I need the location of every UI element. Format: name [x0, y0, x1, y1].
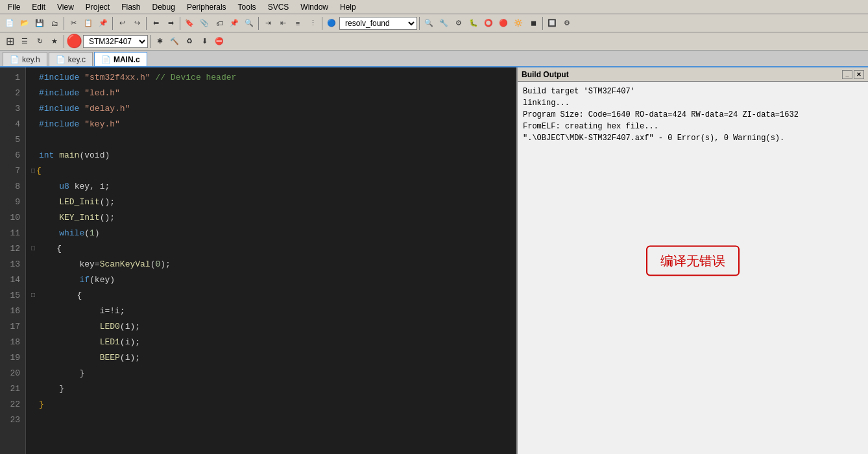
- line-number-16: 16: [5, 304, 20, 319]
- tab-key-h-icon: 📄: [10, 55, 19, 64]
- line-number-17: 17: [5, 319, 20, 335]
- sep2: [112, 17, 113, 30]
- bookmark3-button[interactable]: 🏷: [212, 16, 226, 30]
- menu-window[interactable]: Window: [295, 1, 333, 13]
- menu-debug[interactable]: Debug: [147, 1, 180, 13]
- build-output-title: Build Output: [522, 70, 569, 79]
- menu-flash[interactable]: Flash: [116, 1, 145, 13]
- grid-button[interactable]: ⊞: [3, 34, 17, 49]
- code-editor[interactable]: 1234567891011121314151617181920212223 #i…: [0, 67, 518, 454]
- format1-button[interactable]: ≡: [291, 16, 305, 30]
- rebuild-button[interactable]: ♻: [182, 34, 197, 49]
- debug1-button[interactable]: 🐛: [466, 16, 481, 30]
- bookmark2-button[interactable]: 📎: [197, 16, 211, 30]
- cut-button[interactable]: ✂: [66, 16, 80, 30]
- build-minimize-button[interactable]: _: [842, 70, 852, 79]
- tab-key-c[interactable]: 📄 key.c: [49, 52, 93, 66]
- code-line-23: [31, 412, 516, 428]
- line-number-18: 18: [5, 335, 20, 350]
- menu-help[interactable]: Help: [335, 1, 361, 13]
- copy-button[interactable]: 📋: [81, 16, 95, 30]
- magic-button[interactable]: ✱: [152, 34, 167, 49]
- code-line-8: u8 key, i;: [31, 179, 516, 195]
- sep7: [419, 17, 420, 30]
- menu-svcs[interactable]: SVCS: [263, 1, 295, 13]
- menu-project[interactable]: Project: [80, 1, 115, 13]
- line-number-22: 22: [5, 397, 20, 412]
- stop-button[interactable]: ⛔: [212, 34, 226, 49]
- code-line-4: #include "key.h": [31, 117, 516, 132]
- debug4-button[interactable]: 🔆: [511, 16, 525, 30]
- build-output-header: Build Output _ ✕: [518, 67, 868, 82]
- code-line-15: □ {: [31, 288, 516, 304]
- fold-indicator-12[interactable]: □: [31, 241, 35, 257]
- search-button[interactable]: 🔍: [422, 16, 436, 30]
- build-output-line: Build target 'STM32F407': [523, 86, 863, 97]
- open-file-button[interactable]: 📂: [18, 16, 32, 30]
- undo-button[interactable]: ↩: [115, 16, 129, 30]
- line-numbers: 1234567891011121314151617181920212223: [0, 67, 26, 454]
- sep1: [64, 17, 64, 30]
- line-number-10: 10: [5, 210, 20, 226]
- line-number-5: 5: [5, 132, 20, 148]
- menu-bar: File Edit View Project Flash Debug Perip…: [0, 0, 868, 14]
- tool-button[interactable]: 🔧: [437, 16, 451, 30]
- bookmark4-button[interactable]: 📌: [227, 16, 241, 30]
- tab-main-c[interactable]: 📄 MAIN.c: [94, 52, 147, 66]
- bookmark5-button[interactable]: 🔍: [242, 16, 256, 30]
- paste-button[interactable]: 📌: [96, 16, 110, 30]
- tab-key-h-label: key.h: [22, 55, 40, 64]
- new-file-button[interactable]: 📄: [3, 16, 17, 30]
- nav-fwd-button[interactable]: ➡: [163, 16, 178, 30]
- fold-indicator-15[interactable]: □: [31, 288, 35, 304]
- build-header-buttons: _ ✕: [842, 70, 864, 79]
- debug2-button[interactable]: ⭕: [481, 16, 496, 30]
- unindent-button[interactable]: ⇤: [276, 16, 290, 30]
- tab-key-h[interactable]: 📄 key.h: [3, 52, 47, 66]
- sep3: [146, 17, 147, 30]
- save-all-button[interactable]: 🗂: [47, 16, 62, 30]
- zoom-button[interactable]: 🔲: [545, 16, 559, 30]
- config-button[interactable]: ⚙: [452, 16, 466, 30]
- target-label: 🔵: [324, 19, 339, 27]
- nav-back-button[interactable]: ⬅: [149, 16, 163, 30]
- menu-tools[interactable]: Tools: [233, 1, 261, 13]
- sep4: [180, 17, 180, 30]
- line-number-4: 4: [5, 117, 20, 132]
- format2-button[interactable]: ⋮: [306, 16, 320, 30]
- code-line-19: BEEP(i);: [31, 350, 516, 366]
- line-number-23: 23: [5, 412, 20, 428]
- code-lines[interactable]: #include "stm32f4xx.h" // Device header#…: [26, 67, 516, 454]
- project-combo[interactable]: STM32F407: [83, 35, 148, 48]
- bookmark1-button[interactable]: 🔖: [182, 16, 197, 30]
- menu-file[interactable]: File: [3, 1, 25, 13]
- code-line-13: key=ScanKeyVal(0);: [31, 257, 516, 272]
- build-button[interactable]: 🔨: [167, 34, 182, 49]
- indent-button[interactable]: ⇥: [261, 16, 275, 30]
- tab-key-c-label: key.c: [68, 55, 86, 64]
- code-line-2: #include "led.h": [31, 86, 516, 101]
- code-line-22: }: [31, 397, 516, 412]
- tab-main-c-icon: 📄: [101, 55, 111, 64]
- build-close-button[interactable]: ✕: [854, 70, 864, 79]
- debug5-button[interactable]: ◼: [526, 16, 540, 30]
- build-output-line: Program Size: Code=1640 RO-data=424 RW-d…: [523, 109, 863, 121]
- refresh-button[interactable]: ↻: [32, 34, 47, 49]
- menu-edit[interactable]: Edit: [27, 1, 51, 13]
- code-line-12: □ {: [31, 241, 516, 257]
- toolbar-1: 📄 📂 💾 🗂 ✂ 📋 📌 ↩ ↪ ⬅ ➡ 🔖 📎 🏷 📌 🔍 ⇥ ⇤ ≡ ⋮ …: [0, 14, 868, 32]
- settings-button[interactable]: ⚙: [560, 16, 574, 30]
- load-button[interactable]: ⬇: [197, 34, 211, 49]
- menu-view[interactable]: View: [52, 1, 79, 13]
- code-line-9: LED_Init();: [31, 195, 516, 210]
- fold-indicator-7[interactable]: □: [31, 163, 35, 179]
- list-button[interactable]: ☰: [18, 34, 32, 49]
- code-line-14: if(key): [31, 272, 516, 288]
- redo-button[interactable]: ↪: [130, 16, 144, 30]
- debug3-button[interactable]: 🔴: [496, 16, 511, 30]
- save-button[interactable]: 💾: [32, 16, 47, 30]
- target-combo[interactable]: resolv_found: [339, 17, 417, 30]
- menu-peripherals[interactable]: Peripherals: [182, 1, 232, 13]
- line-number-14: 14: [5, 272, 20, 288]
- star-button[interactable]: ★: [47, 34, 62, 49]
